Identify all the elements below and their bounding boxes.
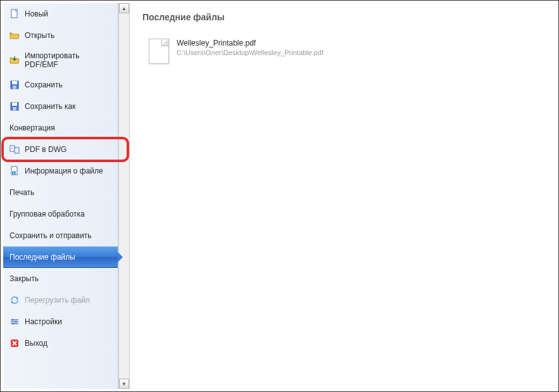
menu-reload[interactable]: Перегрузить файл xyxy=(3,289,118,311)
menu-exit[interactable]: Выход xyxy=(3,332,118,354)
menu-label: Сохранить как xyxy=(25,102,75,111)
menu-label: Открыть xyxy=(25,31,54,40)
new-file-icon xyxy=(9,9,20,19)
file-name: Wellesley_Printable.pdf xyxy=(177,39,323,47)
pdf-dwg-icon: P xyxy=(9,144,20,155)
file-info-icon: i xyxy=(9,166,20,176)
menu-open[interactable]: Открыть xyxy=(3,25,118,46)
content-panel: Последние файлы Wellesley_Printable.pdf … xyxy=(130,3,556,389)
menu-label: Информация о файле xyxy=(25,167,103,175)
svg-point-15 xyxy=(13,323,15,325)
menu-label: Последние файлы xyxy=(9,253,75,262)
menu-pdf-to-dwg[interactable]: P PDF в DWG xyxy=(3,139,118,160)
file-path: C:\Users\Олег\Desktop\Wellesley_Printabl… xyxy=(177,49,323,56)
svg-rect-8 xyxy=(15,148,19,153)
menu-label: PDF в DWG xyxy=(25,145,66,154)
menu-file-info[interactable]: i Информация о файле xyxy=(3,160,118,182)
scroll-down-button[interactable]: ▼ xyxy=(119,379,129,389)
scroll-up-button[interactable]: ▲ xyxy=(119,3,129,13)
file-info: Wellesley_Printable.pdf C:\Users\Олег\De… xyxy=(177,39,323,56)
sidebar-scrollbar[interactable]: ▲ ▼ xyxy=(118,3,130,389)
menu-label: Импортировать PDF/EMF xyxy=(25,51,111,69)
open-folder-icon xyxy=(9,30,20,41)
svg-point-13 xyxy=(12,319,14,321)
svg-rect-6 xyxy=(13,107,16,110)
svg-point-14 xyxy=(15,321,17,323)
menu-recent-files[interactable]: Последние файлы xyxy=(3,246,118,268)
sidebar: Новый Открыть Импортировать PDF/EMF Сохр… xyxy=(3,3,118,389)
exit-icon xyxy=(9,338,20,348)
import-icon xyxy=(9,55,20,65)
save-as-icon xyxy=(9,101,20,111)
svg-text:P: P xyxy=(11,147,13,150)
svg-rect-5 xyxy=(12,103,17,106)
reload-icon xyxy=(9,295,20,305)
app-container: Новый Открыть Импортировать PDF/EMF Сохр… xyxy=(1,1,558,391)
section-close[interactable]: Закрыть xyxy=(3,268,118,289)
menu-label: Настройки xyxy=(25,317,62,326)
content-title: Последние файлы xyxy=(142,12,543,22)
section-save-send[interactable]: Сохранить и отправить xyxy=(3,225,118,246)
svg-rect-2 xyxy=(12,81,17,84)
file-document-icon xyxy=(149,39,169,64)
menu-save[interactable]: Сохранить xyxy=(3,74,118,96)
menu-settings[interactable]: Настройки xyxy=(3,311,118,332)
recent-file-item[interactable]: Wellesley_Printable.pdf C:\Users\Олег\De… xyxy=(142,35,543,68)
menu-label: Новый xyxy=(25,9,48,18)
section-convert[interactable]: Конвертация xyxy=(3,117,118,139)
save-icon xyxy=(9,80,20,90)
menu-label: Сохранить xyxy=(25,80,63,89)
settings-icon xyxy=(9,317,20,327)
svg-rect-3 xyxy=(13,85,16,89)
menu-save-as[interactable]: Сохранить как xyxy=(3,96,118,117)
menu-import[interactable]: Импортировать PDF/EMF xyxy=(3,46,118,74)
section-print[interactable]: Печать xyxy=(3,182,118,203)
menu-label: Перегрузить файл xyxy=(25,296,90,305)
menu-label: Выход xyxy=(25,339,47,348)
section-batch[interactable]: Групповая обработка xyxy=(3,203,118,225)
menu-new[interactable]: Новый xyxy=(3,3,118,25)
